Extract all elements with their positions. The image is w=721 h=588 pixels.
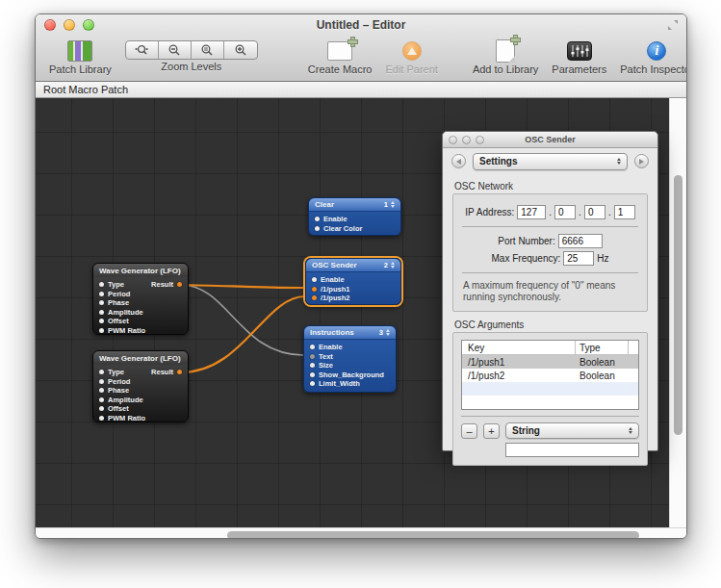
node-clear[interactable]: Clear 1 Enable Clear Color (308, 197, 401, 236)
port-pwm-ratio-input[interactable]: PWM Ratio (93, 326, 188, 336)
node-osc-sender[interactable]: OSC Sender 2 Enable /1/push1 /1/push2 (305, 258, 401, 305)
breadcrumb[interactable]: Root Macro Patch (36, 82, 686, 98)
prev-pane-button[interactable] (451, 154, 466, 168)
layer-badge[interactable]: 1 (384, 200, 395, 209)
port-show-background-input[interactable]: Show_Background (304, 371, 396, 380)
ip-octet-2-field[interactable] (554, 205, 576, 219)
table-row[interactable]: /1/push2 Boolean (462, 369, 638, 382)
layer-stepper-icon[interactable] (391, 201, 395, 208)
minimize-button[interactable] (64, 19, 75, 31)
port-limit-width-input[interactable]: Limit_Width (304, 379, 396, 389)
port-dot-icon[interactable] (99, 406, 104, 411)
node-wave-generator-2[interactable]: Wave Generator (LFO) Type Result Period … (92, 350, 189, 422)
port-dot-icon[interactable] (310, 381, 315, 386)
port-dot-icon[interactable] (99, 416, 104, 421)
patch-library-button[interactable]: Patch Library (49, 38, 112, 75)
port-dot-icon[interactable] (312, 295, 317, 300)
fullscreen-icon[interactable] (667, 19, 679, 31)
port-dot-icon[interactable] (315, 226, 320, 231)
port-type-input[interactable]: Type (99, 280, 124, 289)
table-row-empty[interactable] (462, 382, 638, 396)
port-dot-icon[interactable] (99, 397, 104, 402)
arguments-table[interactable]: Key Type /1/push1 Boolean /1/push2 Boole… (461, 340, 639, 410)
add-argument-button[interactable]: + (483, 423, 500, 439)
port-pwm-ratio-input[interactable]: PWM Ratio (93, 414, 188, 423)
node-instructions[interactable]: Instructions 3 Enable Text Size Show_Bac… (303, 325, 397, 393)
zoom-out-button[interactable] (159, 41, 192, 59)
port-dot-icon[interactable] (99, 300, 104, 305)
pane-selector[interactable]: Settings (473, 153, 628, 170)
port-dot-icon[interactable] (310, 363, 315, 368)
cable-wave2-to-osc-push2[interactable] (181, 296, 305, 372)
layer-badge[interactable]: 2 (384, 261, 395, 269)
argument-value-field[interactable] (505, 443, 639, 457)
remove-argument-button[interactable]: – (461, 423, 477, 439)
table-row-empty[interactable] (462, 396, 638, 409)
layer-stepper-icon[interactable] (391, 262, 395, 268)
horizontal-scrollbar-thumb[interactable] (227, 531, 639, 539)
port-enable-input[interactable]: Enable (309, 215, 400, 224)
close-button[interactable] (44, 19, 56, 31)
port-amplitude-input[interactable]: Amplitude (93, 308, 188, 318)
minimize-button[interactable] (462, 136, 471, 144)
ip-octet-4-field[interactable] (614, 205, 635, 219)
port-dot-icon[interactable] (99, 292, 104, 296)
add-to-library-button[interactable]: Add to Library (473, 38, 538, 75)
create-macro-button[interactable]: Create Macro (308, 38, 373, 75)
port-push1-input[interactable]: /1/push1 (306, 285, 400, 294)
port-dot-icon[interactable] (310, 354, 315, 359)
port-dot-icon[interactable] (177, 282, 182, 287)
port-dot-icon[interactable] (312, 287, 317, 292)
port-phase-input[interactable]: Phase (93, 386, 188, 396)
layer-badge[interactable]: 3 (379, 328, 390, 337)
vertical-scrollbar-thumb[interactable] (674, 175, 682, 435)
node-wave-generator-1[interactable]: Wave Generator (LFO) Type Result Period … (92, 263, 189, 335)
port-text-input[interactable]: Text (304, 352, 396, 362)
port-dot-icon[interactable] (315, 217, 320, 221)
cable-wave1-to-osc-push1[interactable] (181, 285, 305, 288)
port-result-output[interactable]: Result (151, 368, 182, 376)
port-enable-input[interactable]: Enable (306, 275, 400, 285)
type-column-header[interactable]: Type (576, 341, 629, 354)
port-period-input[interactable]: Period (93, 290, 188, 299)
port-offset-input[interactable]: Offset (93, 317, 188, 326)
key-column-header[interactable]: Key (462, 341, 576, 354)
port-period-input[interactable]: Period (93, 377, 188, 387)
titlebar[interactable]: Untitled – Editor (36, 14, 686, 36)
cable-wave1-to-instructions-text[interactable] (181, 285, 303, 355)
vertical-scrollbar[interactable] (669, 98, 686, 527)
port-clear-color-input[interactable]: Clear Color (309, 224, 400, 234)
port-dot-icon[interactable] (312, 277, 317, 282)
port-dot-icon[interactable] (99, 328, 104, 333)
layer-stepper-icon[interactable] (386, 329, 390, 336)
port-size-input[interactable]: Size (304, 361, 396, 371)
port-number-field[interactable] (558, 234, 603, 248)
zoom-fit-button[interactable] (126, 41, 159, 59)
port-dot-icon[interactable] (177, 370, 182, 374)
port-result-output[interactable]: Result (151, 280, 182, 289)
port-amplitude-input[interactable]: Amplitude (93, 396, 188, 405)
port-type-input[interactable]: Type (99, 368, 124, 376)
port-enable-input[interactable]: Enable (304, 343, 396, 352)
table-row[interactable]: /1/push1 Boolean (462, 355, 638, 369)
port-dot-icon[interactable] (310, 372, 315, 377)
port-phase-input[interactable]: Phase (93, 298, 188, 308)
close-button[interactable] (449, 136, 457, 144)
port-dot-icon[interactable] (99, 310, 104, 315)
port-dot-icon[interactable] (99, 370, 104, 374)
horizontal-scrollbar[interactable] (36, 527, 686, 539)
port-push2-input[interactable]: /1/push2 (306, 294, 400, 303)
edit-parent-button[interactable]: Edit Parent (385, 38, 437, 75)
ip-octet-1-field[interactable] (517, 205, 546, 219)
zoom-in-button[interactable] (224, 41, 257, 59)
ip-octet-3-field[interactable] (584, 205, 605, 219)
port-dot-icon[interactable] (99, 388, 104, 393)
next-pane-button[interactable] (634, 154, 649, 168)
parameters-button[interactable]: Parameters (552, 38, 606, 75)
zoom-actual-button[interactable] (192, 41, 224, 59)
zoom-button[interactable] (476, 136, 484, 144)
port-dot-icon[interactable] (310, 345, 315, 349)
port-dot-icon[interactable] (99, 319, 104, 323)
port-offset-input[interactable]: Offset (93, 404, 188, 414)
argument-type-selector[interactable]: String (505, 422, 639, 439)
